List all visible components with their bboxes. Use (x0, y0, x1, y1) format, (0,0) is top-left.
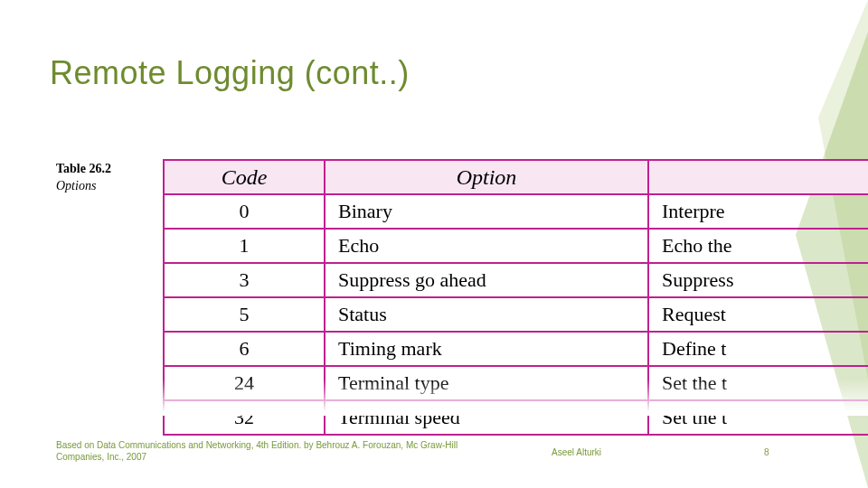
cell-desc: Echo the (648, 229, 868, 263)
cell-code: 5 (164, 297, 325, 332)
cell-option: Terminal type (325, 366, 648, 400)
slide-title: Remote Logging (cont..) (50, 54, 410, 92)
table-row: 24 Terminal type Set the t (164, 366, 868, 400)
cell-code: 0 (164, 194, 325, 229)
col-header-option: Option (325, 160, 648, 194)
cell-desc: Suppress (648, 263, 868, 297)
cell-desc: Set the t (648, 400, 868, 435)
slide: Remote Logging (cont..) Table 26.2 Optio… (0, 0, 868, 488)
cell-option: Terminal speed (325, 400, 648, 435)
table-caption-number: Table 26.2 (56, 161, 111, 178)
cell-option: Echo (325, 229, 648, 263)
slide-number: 8 (764, 447, 769, 457)
cell-desc: Request (648, 297, 868, 332)
cell-code: 24 (164, 366, 325, 400)
cell-desc: Interpre (648, 194, 868, 229)
cell-option: Suppress go ahead (325, 263, 648, 297)
cell-option: Timing mark (325, 332, 648, 366)
table-caption-label: Options (56, 178, 111, 195)
table-row: 3 Suppress go ahead Suppress (164, 263, 868, 297)
cell-desc: Set the t (648, 366, 868, 400)
cell-code: 32 (164, 400, 325, 435)
table-row: 6 Timing mark Define t (164, 332, 868, 366)
table-row: 5 Status Request (164, 297, 868, 332)
table-header-row: Code Option (164, 160, 868, 194)
options-table: Code Option 0 Binary Interpre 1 Echo Ech… (163, 159, 868, 436)
footer-author: Aseel Alturki (552, 447, 601, 457)
table-row: 32 Terminal speed Set the t (164, 400, 868, 435)
options-table-wrapper: Code Option 0 Binary Interpre 1 Echo Ech… (163, 159, 868, 436)
cell-code: 1 (164, 229, 325, 263)
col-header-code: Code (164, 160, 325, 194)
footer-source-text: Based on Data Communications and Network… (56, 439, 472, 463)
cell-option: Binary (325, 194, 648, 229)
cell-option: Status (325, 297, 648, 332)
table-caption: Table 26.2 Options (56, 161, 111, 195)
col-header-desc (648, 160, 868, 194)
slide-footer: Based on Data Communications and Network… (0, 436, 868, 463)
cell-code: 6 (164, 332, 325, 366)
cell-desc: Define t (648, 332, 868, 366)
cell-code: 3 (164, 263, 325, 297)
table-row: 0 Binary Interpre (164, 194, 868, 229)
table-row: 1 Echo Echo the (164, 229, 868, 263)
